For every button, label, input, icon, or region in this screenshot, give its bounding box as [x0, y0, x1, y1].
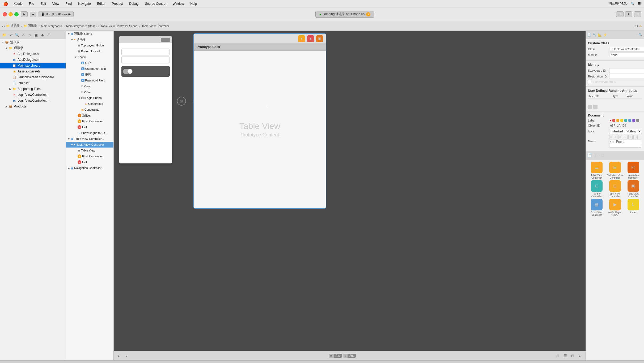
- breadcrumb-item-3[interactable]: Main.storyboard (Base): [66, 24, 96, 28]
- any-label[interactable]: Any: [334, 354, 342, 358]
- sidebar-item-root[interactable]: ▼ 📦 通讯录: [0, 39, 66, 45]
- notes-btn-4[interactable]: —: [623, 135, 628, 139]
- comp-glkit-controller[interactable]: ▦ GLKit View Controller: [588, 199, 605, 216]
- swatch-purple[interactable]: [632, 119, 635, 122]
- menu-window[interactable]: Window: [172, 1, 185, 6]
- run-button[interactable]: ▶: [21, 11, 28, 17]
- h-any-option[interactable]: h: [343, 354, 348, 358]
- outline-view-2[interactable]: □ View: [66, 83, 113, 89]
- comp-picker-circle-icon[interactable]: ○: [598, 153, 600, 157]
- storyboard-id-input[interactable]: [609, 68, 644, 73]
- outline-exit-2[interactable]: X Exit: [66, 159, 113, 165]
- inspector-size-icon[interactable]: 📐: [598, 33, 602, 37]
- swatch-gray[interactable]: [636, 119, 639, 122]
- search-icon[interactable]: 🔍: [631, 2, 635, 6]
- navigator-toggle[interactable]: ☰: [616, 11, 624, 17]
- sidebar-report-icon[interactable]: ☰: [46, 32, 52, 38]
- outline-view-3[interactable]: □ View: [66, 89, 113, 95]
- grid-view-icon[interactable]: ⊞: [555, 353, 561, 359]
- menu-find[interactable]: Find: [65, 1, 73, 6]
- menu-file[interactable]: File: [28, 1, 35, 6]
- zoom-button[interactable]: ○: [123, 353, 130, 359]
- apple-logo-icon[interactable]: 🍎: [3, 1, 8, 6]
- password-field[interactable]: [121, 57, 170, 63]
- outline-tablevc[interactable]: ▼ ● Table View Controller: [66, 142, 113, 148]
- minimize-button[interactable]: [9, 12, 13, 16]
- tc-icon-1[interactable]: ●: [298, 35, 305, 42]
- comp-navigation-controller[interactable]: ◱ Navigation Controller: [625, 162, 642, 179]
- comp-tableview-controller[interactable]: ☰ Table View Controller: [588, 162, 605, 179]
- restoration-id-input[interactable]: [609, 74, 644, 79]
- menu-editor[interactable]: Editor: [96, 1, 107, 6]
- outline-password-field[interactable]: F Password Field: [66, 77, 113, 83]
- breadcrumb-item-5[interactable]: Table View Controller: [142, 24, 169, 28]
- any-h-label[interactable]: Any: [348, 354, 355, 358]
- outline-label-user[interactable]: L 账户:: [66, 60, 113, 66]
- comp-tabbar-controller[interactable]: ⊟ Tab Bar Controller: [588, 180, 605, 198]
- inspector-add-icon[interactable]: +: [635, 33, 637, 37]
- breadcrumb-back-icon[interactable]: ‹: [635, 24, 636, 28]
- breadcrumb-forward-icon[interactable]: ›: [637, 24, 638, 28]
- sidebar-test-icon[interactable]: ◇: [27, 32, 32, 38]
- module-input[interactable]: [609, 53, 644, 57]
- sidebar-debug-icon[interactable]: ▣: [33, 32, 39, 38]
- swatch-orange[interactable]: [616, 119, 619, 122]
- swatch-teal[interactable]: [624, 119, 627, 122]
- comp-picker-square-icon[interactable]: □: [601, 153, 604, 157]
- swatch-red[interactable]: [612, 119, 615, 122]
- outline-first-responder-2[interactable]: R First Responder: [66, 153, 113, 159]
- close-button[interactable]: [3, 12, 7, 16]
- outline-exit-1[interactable]: X Exit: [66, 124, 113, 130]
- breadcrumb-item-2[interactable]: Main.storyboard: [41, 24, 62, 28]
- sidebar-item-assets[interactable]: ⊞ Assets.xcassets: [0, 68, 66, 74]
- breadcrumb-item-4[interactable]: Table View Controller Scene: [101, 24, 137, 28]
- sidebar-item-folder[interactable]: ▼ 📁 通讯录: [0, 45, 66, 51]
- outline-tableview[interactable]: ▣ Table View: [66, 148, 113, 153]
- sidebar-item-info-plist[interactable]: 📄 Info.plist: [0, 80, 66, 86]
- swatch-yellow[interactable]: [620, 119, 623, 122]
- menu-view[interactable]: View: [51, 1, 60, 6]
- control-center-icon[interactable]: ☰: [638, 2, 641, 6]
- sidebar-warning-icon[interactable]: ⚠: [21, 32, 26, 38]
- comp-picker-file-icon[interactable]: 📄: [587, 153, 592, 157]
- outline-username-field[interactable]: F Username Field: [66, 66, 113, 72]
- sidebar-item-launch-storyboard[interactable]: 📋 LaunchScreen.storyboard: [0, 74, 66, 80]
- debug-toggle[interactable]: ⬇: [625, 11, 632, 17]
- fit-button[interactable]: ⊕: [116, 353, 122, 359]
- outline-label-pwd[interactable]: L 密码:: [66, 72, 113, 77]
- outline-view-1[interactable]: ▼ □ View: [66, 54, 113, 60]
- sidebar-breakpoint-icon[interactable]: ◆: [40, 32, 45, 38]
- sidebar-git-icon[interactable]: ⎇: [8, 32, 13, 38]
- use-storyboard-checkbox[interactable]: [588, 80, 591, 83]
- menu-help[interactable]: Help: [189, 1, 198, 6]
- notes-btn-2[interactable]: ≡: [614, 135, 617, 139]
- sidebar-item-appdelegate-m[interactable]: m AppDelegate.m: [0, 57, 66, 63]
- notes-btn-3[interactable]: ≡: [618, 135, 622, 139]
- notes-btn-1[interactable]: ≡: [609, 135, 613, 139]
- menu-source-control[interactable]: Source Control: [144, 1, 167, 6]
- sidebar-search-icon[interactable]: 🔍: [14, 32, 20, 38]
- doc-label-clear-icon[interactable]: ✕: [609, 119, 612, 122]
- login-button[interactable]: [121, 66, 170, 77]
- outline-constraints-1[interactable]: ⊞ Constraints: [66, 101, 113, 107]
- outline-tongxunlu[interactable]: ‹ 通讯录: [66, 113, 113, 118]
- comp-picker-list-icon[interactable]: {}: [594, 153, 596, 157]
- outline-segue[interactable]: → Show segue to 'Ta...': [66, 130, 113, 136]
- breadcrumb-item-0[interactable]: 📁 通讯录: [6, 24, 19, 28]
- outline-constraints-2[interactable]: ⊞ Constraints: [66, 107, 113, 113]
- notes-textarea[interactable]: [609, 140, 642, 148]
- zoom-in-icon[interactable]: ⊕: [577, 353, 583, 359]
- inspector-search-icon[interactable]: 🔍: [639, 33, 642, 37]
- sidebar-item-appdelegate-h[interactable]: h AppDelegate.h: [0, 51, 66, 57]
- sidebar-item-products[interactable]: ▶ 📦 Products: [0, 103, 66, 109]
- menu-debug[interactable]: Debug: [128, 1, 139, 6]
- outline-first-responder-1[interactable]: R First Responder: [66, 118, 113, 124]
- notes-btn-6[interactable]: ⇥: [633, 135, 638, 139]
- sidebar-item-supporting-files[interactable]: ▶ 📁 Supporting Files: [0, 86, 66, 92]
- canvas[interactable]: ⊞ ● ■ ▣ Prototype: [114, 31, 586, 360]
- swatch-blue[interactable]: [628, 119, 631, 122]
- remove-attribute-button[interactable]: −: [593, 105, 598, 109]
- lock-select[interactable]: Inherited - (Nothing): [609, 129, 642, 134]
- split-view-icon[interactable]: ⊟: [570, 353, 576, 359]
- class-input[interactable]: [609, 47, 644, 51]
